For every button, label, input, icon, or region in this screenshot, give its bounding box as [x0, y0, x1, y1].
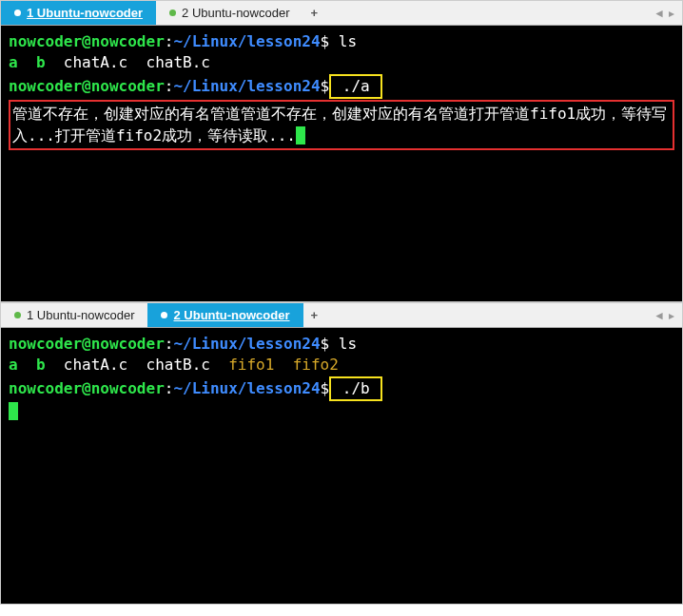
- terminal-window-1: 1 Ubuntu-nowcoder 2 Ubuntu-nowcoder + ◄ …: [0, 0, 683, 302]
- cursor-icon: [9, 402, 18, 420]
- ls-file: chatA.c: [64, 356, 127, 374]
- new-tab-button[interactable]: +: [303, 308, 326, 322]
- tab-bar: 1 Ubuntu-nowcoder 2 Ubuntu-nowcoder + ◄ …: [1, 1, 682, 26]
- ls-file: chatA.c: [64, 53, 127, 71]
- prompt-colon: :: [165, 77, 174, 95]
- cursor-icon: [296, 126, 305, 144]
- highlighted-output: 管道不存在，创建对应的有名管道管道不存在，创建对应的有名管道打开管道fifo1成…: [9, 100, 674, 150]
- command-text: ls: [339, 335, 357, 353]
- modified-dot-icon: [161, 312, 167, 318]
- prompt-dollar: $: [321, 379, 330, 397]
- prompt-colon: :: [165, 32, 174, 50]
- nav-right-icon[interactable]: ▸: [669, 309, 674, 322]
- ls-file: chatB.c: [146, 53, 210, 71]
- terminal-body[interactable]: nowcoder@nowcoder:~/Linux/lesson24$ ls a…: [1, 328, 682, 604]
- tab-label: 2 Ubuntu-nowcoder: [182, 6, 289, 20]
- prompt-path: ~/Linux/lesson24: [173, 32, 320, 50]
- modified-dot-icon: [14, 312, 21, 318]
- modified-dot-icon: [14, 10, 21, 16]
- tab-nav: ◄ ▸: [654, 309, 682, 322]
- ls-file: chatB.c: [146, 356, 210, 374]
- tab-1[interactable]: 1 Ubuntu-nowcoder: [1, 1, 156, 25]
- terminal-window-2: 1 Ubuntu-nowcoder 2 Ubuntu-nowcoder + ◄ …: [0, 302, 683, 605]
- highlighted-command: ./b: [329, 376, 382, 401]
- ls-executable: b: [36, 356, 46, 374]
- prompt-colon: :: [165, 335, 174, 353]
- prompt-user: nowcoder@nowcoder: [9, 32, 165, 50]
- ls-executable: b: [36, 53, 46, 71]
- tab-label: 2 Ubuntu-nowcoder: [173, 308, 289, 322]
- prompt-path: ~/Linux/lesson24: [173, 77, 320, 95]
- tab-nav: ◄ ▸: [654, 7, 682, 20]
- terminal-body[interactable]: nowcoder@nowcoder:~/Linux/lesson24$ ls a…: [1, 26, 682, 301]
- new-tab-button[interactable]: +: [303, 6, 326, 20]
- prompt-user: nowcoder@nowcoder: [9, 335, 165, 353]
- prompt-dollar: $: [321, 32, 330, 50]
- prompt-user: nowcoder@nowcoder: [9, 379, 165, 397]
- ls-pipe: fifo2: [293, 356, 339, 374]
- tab-2[interactable]: 2 Ubuntu-nowcoder: [147, 303, 302, 327]
- nav-left-icon[interactable]: ◄: [654, 7, 665, 20]
- prompt-path: ~/Linux/lesson24: [173, 379, 320, 397]
- prompt-path: ~/Linux/lesson24: [173, 335, 320, 353]
- ls-executable: a: [9, 356, 18, 374]
- tab-2[interactable]: 2 Ubuntu-nowcoder: [156, 1, 302, 25]
- prompt-dollar: $: [321, 335, 330, 353]
- nav-left-icon[interactable]: ◄: [654, 309, 665, 322]
- tab-1[interactable]: 1 Ubuntu-nowcoder: [1, 303, 147, 327]
- prompt-user: nowcoder@nowcoder: [9, 77, 165, 95]
- prompt-dollar: $: [321, 77, 330, 95]
- modified-dot-icon: [169, 10, 176, 16]
- program-output: 管道不存在，创建对应的有名管道管道不存在，创建对应的有名管道打开管道fifo1成…: [12, 105, 667, 144]
- tab-label: 1 Ubuntu-nowcoder: [27, 308, 134, 322]
- nav-right-icon[interactable]: ▸: [669, 7, 674, 20]
- ls-executable: a: [9, 53, 18, 71]
- ls-pipe: fifo1: [228, 356, 274, 374]
- command-text: ./a: [342, 77, 370, 95]
- highlighted-command: ./a: [329, 74, 382, 99]
- tab-label: 1 Ubuntu-nowcoder: [27, 6, 143, 20]
- tab-bar: 1 Ubuntu-nowcoder 2 Ubuntu-nowcoder + ◄ …: [1, 303, 682, 328]
- prompt-colon: :: [165, 379, 174, 397]
- command-text: ls: [339, 32, 357, 50]
- command-text: ./b: [342, 379, 370, 397]
